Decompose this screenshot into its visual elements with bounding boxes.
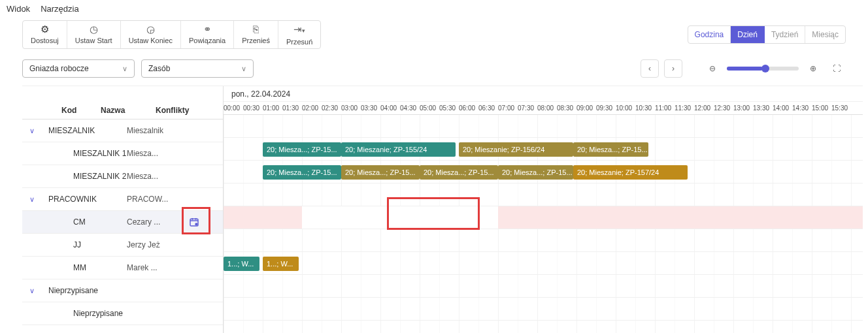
view-day[interactable]: Dzień <box>731 26 765 43</box>
time-tick: 10:30 <box>635 104 655 112</box>
time-tick: 05:00 <box>420 104 439 112</box>
prev-button[interactable]: ‹ <box>641 59 659 78</box>
gantt-bar[interactable]: 20; Miesza...; ZP-15... <box>420 165 498 180</box>
gantt-bar[interactable]: 20; Miesza...; ZP-15... <box>263 165 341 180</box>
track-cm[interactable]: 10; Wyci...; ZP... <box>224 206 863 229</box>
time-tick: 03:00 <box>341 104 361 112</box>
zoom-out-button[interactable]: ⊖ <box>703 59 722 78</box>
time-tick: 01:00 <box>263 104 282 112</box>
tree-group-mieszalnik[interactable]: ∨ MIESZALNIK Mieszalnik <box>22 119 223 142</box>
gantt-bar[interactable]: 20; Miesza...; ZP-15... <box>263 142 341 157</box>
time-tick: 04:30 <box>400 104 420 112</box>
resource-tree: ∨ MIESZALNIK Mieszalnik MIESZALNIK 1 Mie… <box>22 119 223 333</box>
view-switch: Godzina Dzień Tydzień Miesiąc <box>688 25 846 44</box>
chevron-down-icon: ∨ <box>241 65 246 73</box>
links-button[interactable]: ⚭ Powiązania <box>181 21 234 48</box>
timeline-body[interactable]: 20; Miesza...; ZP-15...20; Mieszanie; ZP… <box>224 115 863 333</box>
time-tick: 06:00 <box>459 104 478 112</box>
tree-item-cm[interactable]: CM Cezary ... <box>22 211 223 234</box>
view-week[interactable]: Tydzień <box>765 26 805 43</box>
chevron-down-icon[interactable]: ∨ <box>22 287 42 295</box>
tree-group-unassigned[interactable]: ∨ Nieprzypisane <box>22 279 223 302</box>
gantt-bar[interactable]: 10; Wyci...; ZP... <box>400 211 458 225</box>
filter-row: Gniazda robocze ∨ Zasób ∨ ‹ › ⊖ ⊕ ⛶ <box>0 52 868 86</box>
chevron-down-icon[interactable]: ∨ <box>22 195 42 204</box>
chevron-down-icon[interactable]: ∨ <box>22 127 42 135</box>
link-icon: ⚭ <box>203 24 212 35</box>
gantt-bar[interactable]: 20; Mieszanie; ZP-155/24 <box>341 142 456 157</box>
svg-point-1 <box>195 223 197 225</box>
time-tick: 14:30 <box>792 104 812 112</box>
time-tick: 10:00 <box>616 104 635 112</box>
time-tick: 02:30 <box>322 104 341 112</box>
resource-panel: Kod Nazwa Konflikty ∨ MIESZALNIK Mieszal… <box>22 86 224 333</box>
tree-group-pracownik[interactable]: ∨ PRACOWNIK PRACOW... <box>22 188 223 211</box>
time-tick: 06:30 <box>478 104 498 112</box>
menu-view[interactable]: Widok <box>7 4 30 14</box>
tree-item-m1[interactable]: MIESZALNIK 1 Miesza... <box>22 142 223 165</box>
tree-item-jj[interactable]: JJ Jerzy Jeż <box>22 234 223 257</box>
nav-right: ‹ › ⊖ ⊕ ⛶ <box>641 59 846 78</box>
gantt-bar[interactable]: 1...; W... <box>263 257 299 271</box>
time-tick: 08:30 <box>557 104 576 112</box>
time-ruler: 00:0000:3001:0001:3002:0002:3003:0003:30… <box>224 102 863 115</box>
col-conflicts: Konflikty <box>156 106 208 115</box>
tree-item-m2[interactable]: MIESZALNIK 2 Miesza... <box>22 165 223 188</box>
track-m1[interactable]: 20; Miesza...; ZP-15...20; Mieszanie; ZP… <box>224 138 863 161</box>
gear-icon: ⚙ <box>41 24 49 35</box>
time-tick: 07:30 <box>518 104 537 112</box>
tree-item-mm[interactable]: MM Marek ... <box>22 257 223 279</box>
zoom-in-button[interactable]: ⊕ <box>804 59 822 78</box>
move-button[interactable]: ⎘ Przenieś <box>234 21 278 48</box>
zoom-slider[interactable] <box>727 67 799 71</box>
time-tick: 12:30 <box>714 104 733 112</box>
gantt-bar[interactable]: 20; Miesza...; ZP-15... <box>573 142 648 157</box>
set-end-button[interactable]: ◶ Ustaw Koniec <box>121 21 181 48</box>
track-jj[interactable] <box>224 229 863 252</box>
gantt-bar[interactable]: 1...; W... <box>224 257 259 271</box>
calendar-conflict-icon[interactable] <box>188 216 200 228</box>
group-dropdown-2[interactable]: Zasób ∨ <box>141 59 254 78</box>
time-tick: 13:30 <box>753 104 773 112</box>
gantt-bar[interactable]: 20; Mieszanie; ZP-156/24 <box>459 142 573 157</box>
chevron-right-icon: › <box>672 64 675 73</box>
view-month[interactable]: Miesiąc <box>805 26 845 43</box>
view-hour[interactable]: Godzina <box>688 26 731 43</box>
track-mm[interactable]: 1...; W...1...; W... <box>224 252 863 275</box>
group-dropdown-1[interactable]: Gniazda robocze ∨ <box>22 59 135 78</box>
shift-button[interactable]: ⇥▾ Przesuń <box>278 21 320 48</box>
gantt-bar[interactable]: 20; Mieszanie; ZP-157/24 <box>573 165 688 180</box>
time-tick: 02:00 <box>302 104 322 112</box>
tree-item-unassigned[interactable]: Nieprzypisane <box>22 302 223 325</box>
chevron-left-icon: ‹ <box>648 64 651 73</box>
col-code: Kod <box>22 106 101 115</box>
move-icon: ⎘ <box>253 24 259 35</box>
time-tick: 14:00 <box>773 104 792 112</box>
gantt-bar[interactable]: 20; Miesza...; ZP-15... <box>498 165 573 180</box>
toolbar: ⚙ Dostosuj ◷ Ustaw Start ◶ Ustaw Koniec … <box>0 18 868 52</box>
time-tick: 11:30 <box>675 104 694 112</box>
time-tick: 13:00 <box>733 104 753 112</box>
fullscreen-button[interactable]: ⛶ <box>827 59 846 78</box>
timeline-panel: pon., 22.04.2024 00:0000:3001:0001:3002:… <box>224 86 863 333</box>
track-unassigned-group <box>224 275 863 298</box>
time-tick: 07:00 <box>498 104 518 112</box>
track-unassigned[interactable] <box>224 298 863 321</box>
next-button[interactable]: › <box>664 59 682 78</box>
toolbar-group: ⚙ Dostosuj ◷ Ustaw Start ◶ Ustaw Koniec … <box>22 20 321 49</box>
timeline-date: pon., 22.04.2024 <box>224 86 863 102</box>
time-tick: 00:00 <box>224 104 243 112</box>
track-m2[interactable]: 20; Miesza...; ZP-15...20; Miesza...; ZP… <box>224 161 863 183</box>
set-start-button[interactable]: ◷ Ustaw Start <box>67 21 121 48</box>
time-tick: 15:30 <box>831 104 851 112</box>
time-tick: 09:30 <box>596 104 616 112</box>
time-tick: 01:30 <box>282 104 302 112</box>
time-tick: 12:00 <box>694 104 714 112</box>
menu-tools[interactable]: Narzędzia <box>41 4 79 14</box>
gantt-bar[interactable]: 20; Miesza...; ZP-15... <box>341 165 420 180</box>
track-mieszalnik <box>224 115 863 138</box>
clock-start-icon: ◷ <box>90 24 98 35</box>
time-tick: 15:00 <box>812 104 831 112</box>
customize-button[interactable]: ⚙ Dostosuj <box>23 21 67 48</box>
clock-end-icon: ◶ <box>146 24 155 35</box>
